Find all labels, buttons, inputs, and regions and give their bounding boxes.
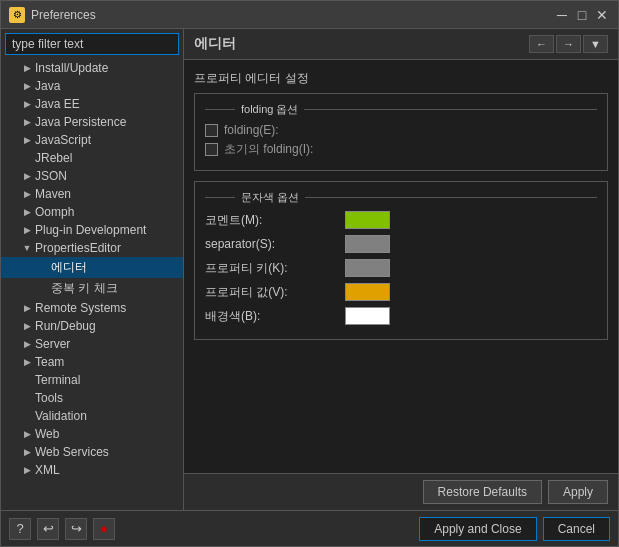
footer-buttons: Apply and Close Cancel (419, 517, 610, 541)
sidebar-item-label: Team (35, 355, 64, 369)
window-controls: ─ □ ✕ (554, 7, 610, 23)
sidebar-item-run-debug[interactable]: ▶ Run/Debug (1, 317, 183, 335)
arrow-icon: ▶ (21, 170, 33, 182)
back-icon[interactable]: ↩ (37, 518, 59, 540)
arrow-icon: ▶ (21, 320, 33, 332)
sidebar-item-jrebel[interactable]: ▶ JRebel (1, 149, 183, 167)
separator-color-swatch[interactable] (345, 235, 390, 253)
folding-checkbox[interactable] (205, 124, 218, 137)
sidebar-item-label: 중복 키 체크 (51, 280, 118, 297)
background-color-swatch[interactable] (345, 307, 390, 325)
char-color-group: 문자색 옵션 코멘트(M): separator(S): 프로퍼티 키(K): (194, 181, 608, 340)
arrow-icon: ▶ (21, 446, 33, 458)
tree-container: ▶ Install/Update ▶ Java ▶ Java EE ▶ Java… (1, 59, 183, 510)
sidebar-item-remote-systems[interactable]: ▶ Remote Systems (1, 299, 183, 317)
sidebar-item-label: Tools (35, 391, 63, 405)
sidebar-item-label: Remote Systems (35, 301, 126, 315)
window-icon: ⚙ (9, 7, 25, 23)
sidebar-item-label: JRebel (35, 151, 72, 165)
minimize-button[interactable]: ─ (554, 7, 570, 23)
comment-color-label: 코멘트(M): (205, 212, 345, 229)
color-row-background: 배경색(B): (205, 307, 597, 325)
apply-button[interactable]: Apply (548, 480, 608, 504)
sidebar-item-label: 에디터 (51, 259, 87, 276)
content-header: 에디터 ← → ▼ (184, 29, 618, 60)
section-title: 프로퍼티 에디터 설정 (194, 70, 608, 87)
initial-folding-checkbox[interactable] (205, 143, 218, 156)
sidebar-item-label: Server (35, 337, 70, 351)
sidebar-item-maven[interactable]: ▶ Maven (1, 185, 183, 203)
sidebar-item-javascript[interactable]: ▶ JavaScript (1, 131, 183, 149)
arrow-icon: ▶ (21, 206, 33, 218)
menu-button[interactable]: ▼ (583, 35, 608, 53)
title-bar: ⚙ Preferences ─ □ ✕ (1, 1, 618, 29)
sidebar-item-xml[interactable]: ▶ XML (1, 461, 183, 479)
sidebar-item-json[interactable]: ▶ JSON (1, 167, 183, 185)
arrow-icon: ▶ (21, 224, 33, 236)
sidebar-item-dup-key[interactable]: ▶ 중복 키 체크 (1, 278, 183, 299)
folding-option-row: folding(E): (205, 123, 597, 137)
window-title: Preferences (31, 8, 554, 22)
sidebar-item-label: JavaScript (35, 133, 91, 147)
sidebar-item-tools[interactable]: ▶ Tools (1, 389, 183, 407)
bottom-bar: Restore Defaults Apply (184, 473, 618, 510)
sidebar-item-java-ee[interactable]: ▶ Java EE (1, 95, 183, 113)
color-row-comment: 코멘트(M): (205, 211, 597, 229)
filter-input[interactable] (5, 33, 179, 55)
arrow-icon: ▶ (21, 116, 33, 128)
help-icon[interactable]: ? (9, 518, 31, 540)
sidebar-item-label: Web (35, 427, 59, 441)
content-title: 에디터 (194, 35, 236, 53)
close-button[interactable]: ✕ (594, 7, 610, 23)
sidebar-item-label: Web Services (35, 445, 109, 459)
property-value-color-swatch[interactable] (345, 283, 390, 301)
forward-icon[interactable]: ↪ (65, 518, 87, 540)
comment-color-swatch[interactable] (345, 211, 390, 229)
arrow-icon: ▶ (21, 62, 33, 74)
restore-defaults-button[interactable]: Restore Defaults (423, 480, 542, 504)
footer-bar: ? ↩ ↪ ● Apply and Close Cancel (1, 510, 618, 546)
color-row-separator: separator(S): (205, 235, 597, 253)
sidebar-item-validation[interactable]: ▶ Validation (1, 407, 183, 425)
arrow-icon: ▶ (21, 98, 33, 110)
arrow-icon: ▶ (21, 356, 33, 368)
background-color-label: 배경색(B): (205, 308, 345, 325)
sidebar-item-java-persistence[interactable]: ▶ Java Persistence (1, 113, 183, 131)
sidebar-item-install-update[interactable]: ▶ Install/Update (1, 59, 183, 77)
sidebar-item-label: Validation (35, 409, 87, 423)
sidebar-item-properties-editor[interactable]: ▼ PropertiesEditor (1, 239, 183, 257)
arrow-icon: ▶ (21, 302, 33, 314)
sidebar-item-oomph[interactable]: ▶ Oomph (1, 203, 183, 221)
sidebar-item-label: Maven (35, 187, 71, 201)
initial-folding-option-row: 초기의 folding(I): (205, 141, 597, 158)
back-button[interactable]: ← (529, 35, 554, 53)
apply-and-close-button[interactable]: Apply and Close (419, 517, 536, 541)
sidebar-item-label: Java Persistence (35, 115, 126, 129)
sidebar-item-java[interactable]: ▶ Java (1, 77, 183, 95)
sidebar-item-server[interactable]: ▶ Server (1, 335, 183, 353)
sidebar-item-terminal[interactable]: ▶ Terminal (1, 371, 183, 389)
color-row-property-key: 프로퍼티 키(K): (205, 259, 597, 277)
preferences-window: ⚙ Preferences ─ □ ✕ ▶ Install/Update ▶ J… (0, 0, 619, 547)
forward-button[interactable]: → (556, 35, 581, 53)
record-icon[interactable]: ● (93, 518, 115, 540)
property-key-color-swatch[interactable] (345, 259, 390, 277)
sidebar-item-label: JSON (35, 169, 67, 183)
arrow-icon: ▶ (21, 338, 33, 350)
arrow-icon: ▶ (21, 428, 33, 440)
property-key-color-label: 프로퍼티 키(K): (205, 260, 345, 277)
sidebar-item-team[interactable]: ▶ Team (1, 353, 183, 371)
sidebar-item-label: XML (35, 463, 60, 477)
sidebar-item-web[interactable]: ▶ Web (1, 425, 183, 443)
sidebar-item-label: Java EE (35, 97, 80, 111)
arrow-icon: ▶ (21, 134, 33, 146)
cancel-button[interactable]: Cancel (543, 517, 610, 541)
sidebar-item-label: Install/Update (35, 61, 108, 75)
maximize-button[interactable]: □ (574, 7, 590, 23)
folding-label: folding(E): (224, 123, 279, 137)
sidebar-item-web-services[interactable]: ▶ Web Services (1, 443, 183, 461)
sidebar-item-plugin-dev[interactable]: ▶ Plug-in Development (1, 221, 183, 239)
sidebar-item-label: Java (35, 79, 60, 93)
sidebar-item-label: PropertiesEditor (35, 241, 121, 255)
sidebar-item-editor[interactable]: ▶ 에디터 (1, 257, 183, 278)
